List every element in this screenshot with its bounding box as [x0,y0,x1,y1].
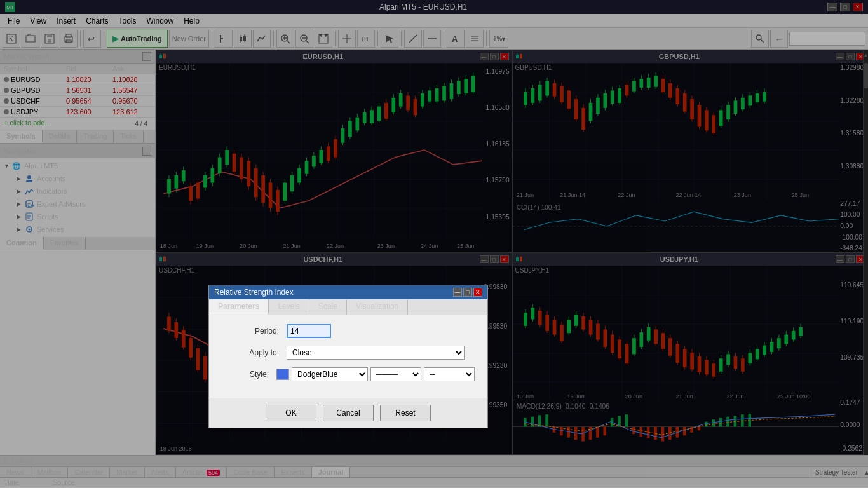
apply-to-row: Apply to: Close Open High Low Median Pri… [222,346,475,360]
modal-ok-button[interactable]: OK [266,405,316,421]
modal-window-controls: — □ ✕ [453,288,482,297]
modal-maximize-button[interactable]: □ [463,288,472,297]
modal-tabs: Parameters Levels Scale Visualization [209,299,487,315]
style-label: Style: [222,370,269,379]
modal-body: Period: Apply to: Close Open High Low Me… [209,315,487,398]
rsi-dialog: Relative Strength Index — □ ✕ Parameters… [208,285,488,428]
style-row: Style: DodgerBlue Red Green ──── - - - ·… [222,367,475,381]
modal-tab-levels[interactable]: Levels [269,299,309,315]
style-width-select[interactable]: ─ ── ─── [424,367,475,381]
period-row: Period: [222,324,475,338]
modal-overlay: Relative Strength Index — □ ✕ Parameters… [0,0,868,488]
style-line-select[interactable]: ──── - - - · · · [370,367,421,381]
modal-footer: OK Cancel Reset [209,398,487,428]
period-input[interactable] [287,324,331,338]
modal-reset-button[interactable]: Reset [380,405,431,421]
style-controls: DodgerBlue Red Green ──── - - - · · · ─ … [276,367,475,381]
modal-tab-parameters[interactable]: Parameters [209,299,269,315]
modal-cancel-button[interactable]: Cancel [323,405,374,421]
modal-title: Relative Strength Index [214,288,294,297]
period-label: Period: [222,327,279,336]
modal-titlebar: Relative Strength Index — □ ✕ [209,285,487,299]
style-color-select[interactable]: DodgerBlue Red Green [292,367,368,381]
modal-tab-scale[interactable]: Scale [309,299,347,315]
modal-close-button[interactable]: ✕ [473,288,482,297]
style-color-box[interactable] [276,369,289,380]
apply-to-label: Apply to: [222,348,279,357]
apply-to-select[interactable]: Close Open High Low Median Price Typical… [287,346,465,360]
modal-minimize-button[interactable]: — [453,288,462,297]
modal-tab-visualization[interactable]: Visualization [347,299,408,315]
